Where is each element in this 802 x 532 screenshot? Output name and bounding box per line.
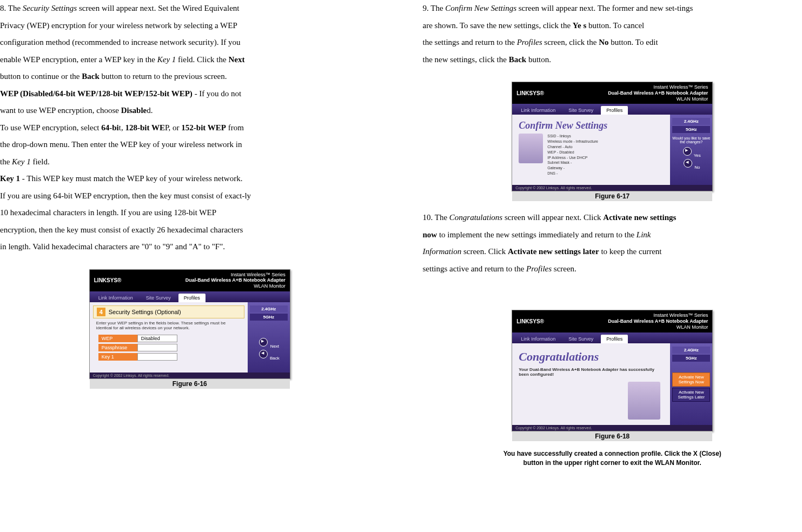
next-button[interactable]: Next — [270, 344, 279, 349]
step8-line3: configuration method (recommended to inc… — [0, 34, 380, 51]
monitor-label: WLAN Monitor — [608, 96, 708, 102]
step8-line1: 8. The Security Settings screen will app… — [0, 0, 380, 17]
step9-line1: 9. The Confirm New Settings screen will … — [423, 0, 803, 17]
back-button-icon[interactable] — [259, 350, 268, 358]
figure-6-17: LINKSYS® Instant Wireless™ Series Dual-B… — [423, 82, 803, 201]
badge-5ghz: 5GHz — [672, 126, 710, 133]
tab-site-survey[interactable]: Site Survey — [563, 335, 599, 343]
tab-site-survey[interactable]: Site Survey — [141, 294, 176, 302]
confirm-question: Would you like to save the changes? — [672, 136, 710, 144]
copyright-footer: Copyright © 2002 Linksys. All rights res… — [512, 425, 712, 431]
screenshot-security-settings: LINKSYS® Instant Wireless™ Series Dual-B… — [89, 269, 290, 379]
key1-line4: encryption, then the key must consist of… — [0, 222, 380, 239]
step9-line2: are shown. To save the new settings, cli… — [423, 17, 803, 35]
left-column: 8. The Security Settings screen will app… — [0, 0, 401, 468]
copyright-footer: Copyright © 2002 Linksys. All rights res… — [512, 185, 712, 191]
product-name: Dual-Band Wireless A+B Notebook Adapter — [608, 318, 708, 324]
copyright-footer: Copyright © 2002 Linksys. All rights res… — [90, 373, 290, 378]
step8-line4: enable WEP encryption, enter a WEP key i… — [0, 51, 380, 69]
tab-link-information[interactable]: Link Information — [515, 106, 561, 115]
key1-line5: in length. Valid hexadecimal characters … — [0, 238, 380, 256]
wep-select-line3: the Key 1 field. — [0, 154, 380, 171]
badge-5ghz: 5GHz — [250, 314, 288, 321]
settings-summary-list: SSID - linksys Wireless mode - Infrastru… — [547, 134, 598, 176]
tab-profiles[interactable]: Profiles — [601, 106, 628, 115]
no-button-icon[interactable] — [684, 159, 692, 168]
badge-24ghz: 2.4GHz — [250, 305, 288, 312]
tab-link-information[interactable]: Link Information — [93, 294, 138, 302]
monitor-label: WLAN Monitor — [608, 324, 708, 330]
step9-line4: the new settings, click the Back button. — [423, 51, 803, 69]
wep-options-line2: want to use WEP encryption, choose Disab… — [0, 102, 380, 119]
congrats-title: Congratulations — [515, 347, 667, 365]
key1-line3: 10 hexadecimal characters in length. If … — [0, 204, 380, 222]
yes-button-icon[interactable] — [683, 147, 692, 156]
field-label-wep: WEP — [98, 335, 137, 342]
product-series: Instant Wireless™ Series — [608, 312, 708, 318]
monitor-label: WLAN Monitor — [185, 283, 286, 289]
screenshot-confirm-settings: LINKSYS® Instant Wireless™ Series Dual-B… — [512, 82, 713, 191]
right-column: 9. The Confirm New Settings screen will … — [401, 0, 803, 468]
badge-24ghz: 2.4GHz — [672, 118, 710, 125]
activate-later-button[interactable]: Activate New Settings Later — [672, 388, 710, 402]
screenshot-congratulations: LINKSYS® Instant Wireless™ Series Dual-B… — [512, 310, 713, 431]
badge-5ghz: 5GHz — [672, 355, 710, 362]
field-label-passphrase: Passphrase — [98, 344, 137, 351]
confirm-title: Confirm New Settings — [515, 118, 667, 134]
figure-6-16: LINKSYS® Instant Wireless™ Series Dual-B… — [0, 269, 380, 389]
product-series: Instant Wireless™ Series — [608, 84, 708, 90]
product-name: Dual-Band Wireless A+B Notebook Adapter — [608, 90, 708, 96]
step10-line2: now to implement the new settings immedi… — [423, 227, 803, 244]
wizard-step-number: 4 — [97, 308, 105, 316]
field-label-key1: Key 1 — [98, 353, 137, 361]
step8-line5: button to continue or the Back button to… — [0, 68, 380, 85]
tab-site-survey[interactable]: Site Survey — [563, 106, 599, 115]
product-series: Instant Wireless™ Series — [185, 272, 286, 278]
wep-select-line2: the drop-down menu. Then enter the WEP k… — [0, 136, 380, 154]
figure-caption-18: Figure 6-18 — [512, 431, 712, 441]
brand-logo: LINKSYS® — [516, 318, 544, 324]
product-name: Dual-Band Wireless A+B Notebook Adapter — [185, 277, 286, 283]
step10-line3: Information screen. Click Activate new s… — [423, 243, 803, 261]
person-illustration — [628, 382, 660, 420]
wizard-step-title: Security Settings (Optional) — [109, 309, 181, 315]
figure-caption-17: Figure 6-17 — [512, 191, 712, 201]
field-wep-select[interactable]: Disabled — [137, 335, 177, 342]
brand-logo: LINKSYS® — [516, 90, 544, 96]
figure-caption-16: Figure 6-16 — [90, 379, 290, 389]
wep-select-line1: To use WEP encryption, select 64-bit, 12… — [0, 119, 380, 137]
activate-now-button[interactable]: Activate New Settings Now — [672, 373, 710, 387]
step9-line3: the settings and return to the Profiles … — [423, 34, 803, 51]
step10-line1: 10. The Congratulations screen will appe… — [423, 209, 803, 227]
badge-24ghz: 2.4GHz — [672, 347, 710, 354]
tab-link-information[interactable]: Link Information — [515, 335, 561, 343]
person-illustration — [519, 134, 543, 163]
key1-line2: If you are using 64-bit WEP encryption, … — [0, 188, 380, 205]
yes-button[interactable]: Yes — [694, 153, 701, 158]
key1-line1: Key 1 - This WEP key must match the WEP … — [0, 170, 380, 188]
congrats-subtitle: Your Dual-Band Wireless A+B Notebook Ada… — [515, 365, 667, 380]
figure-6-18: LINKSYS® Instant Wireless™ Series Dual-B… — [423, 310, 803, 441]
field-key1-input[interactable] — [137, 353, 177, 361]
brand-logo: LINKSYS® — [94, 277, 122, 283]
wep-options-line1: WEP (Disabled/64-bit WEP/128-bit WEP/152… — [0, 85, 380, 103]
back-button[interactable]: Back — [270, 356, 280, 361]
step10-line4: settings active and return to the Profil… — [423, 261, 803, 278]
tab-profiles[interactable]: Profiles — [601, 335, 628, 343]
success-note: You have successfully created a connecti… — [423, 449, 803, 468]
wizard-description: Enter your WEP settings in the fields be… — [93, 318, 244, 333]
next-button-icon[interactable] — [259, 338, 268, 347]
field-passphrase-input[interactable] — [137, 344, 177, 351]
no-button[interactable]: No — [694, 165, 700, 170]
step8-line2: Privacy (WEP) encryption for your wirele… — [0, 17, 380, 35]
tab-profiles[interactable]: Profiles — [178, 294, 206, 302]
